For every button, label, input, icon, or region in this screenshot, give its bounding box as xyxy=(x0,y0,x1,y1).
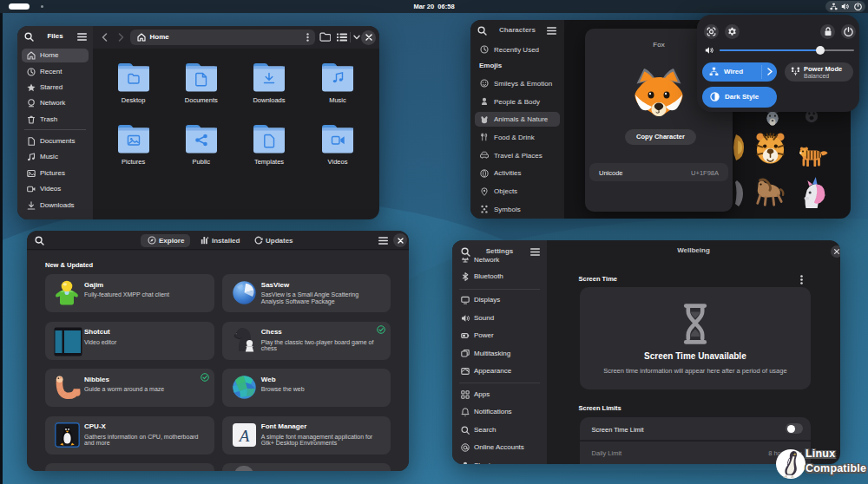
svg-text:A: A xyxy=(237,426,249,444)
